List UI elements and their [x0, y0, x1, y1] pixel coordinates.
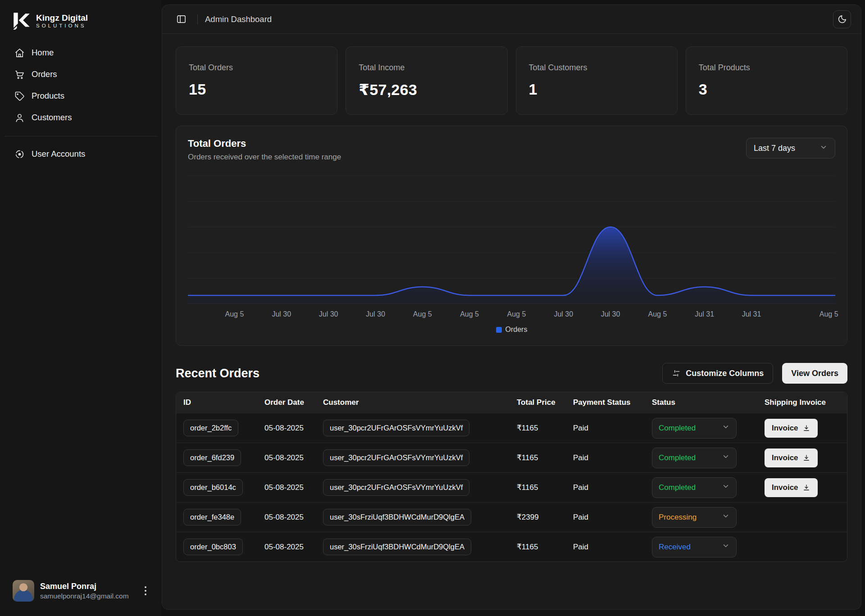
x-axis-tick-label: Jul 30 [272, 310, 291, 318]
total-price: ₹1165 [517, 453, 538, 462]
sidebar-item-user-accounts[interactable]: User Accounts [10, 145, 152, 163]
cell-status: Received [645, 537, 757, 557]
stat-card-total-orders: Total Orders15 [176, 46, 337, 115]
chevron-down-icon [722, 512, 730, 522]
column-header-customer: Customer [316, 398, 510, 407]
profile-card[interactable]: Samuel Ponraj samuelponraj14@gmail.com [10, 576, 152, 605]
column-header-status: Status [645, 398, 757, 407]
sidebar-item-label: Products [32, 91, 64, 101]
orders-chart-card: Total Orders Orders received over the se… [176, 126, 847, 346]
stat-value: ₹57,263 [359, 81, 494, 99]
cell-status: Completed [645, 477, 757, 498]
download-icon [802, 484, 810, 492]
customize-columns-button[interactable]: Customize Columns [662, 363, 773, 384]
cell-order-id: order_b6014c [176, 479, 257, 496]
status-value: Completed [659, 424, 696, 433]
chevron-down-icon [722, 453, 730, 463]
cell-order-date: 05-08-2025 [257, 543, 316, 552]
dark-mode-toggle-moon-icon[interactable] [833, 10, 851, 28]
column-header-order-date: Order Date [257, 398, 316, 407]
status-select[interactable]: Completed [652, 477, 737, 498]
view-orders-button[interactable]: View Orders [782, 363, 847, 384]
cell-total-price: ₹1165 [510, 453, 566, 462]
cell-order-id: order_6fd239 [176, 449, 257, 466]
stat-card-total-customers: Total Customers1 [516, 46, 678, 115]
table-row: order_fe348e05-08-2025user_30sFrziUqf3BD… [176, 502, 847, 532]
status-select[interactable]: Completed [652, 448, 737, 468]
brand-logo-icon [11, 11, 32, 32]
cart-icon [14, 69, 25, 80]
column-header-id: ID [176, 398, 257, 407]
profile-name: Samuel Ponraj [40, 581, 129, 592]
x-axis-tick-label: Aug 5 [460, 310, 479, 318]
recent-orders-table: IDOrder DateCustomerTotal PricePayment S… [176, 392, 847, 562]
avatar [13, 580, 34, 602]
invoice-download-button[interactable]: Invoice [765, 478, 818, 497]
topbar: Admin Dashboard [162, 5, 861, 34]
brand-name: Kingz Digital [36, 13, 88, 23]
customer-id-chip: user_30pcr2UFrGArOSFsVYmrYuUzkVf [323, 449, 469, 466]
chart-legend: Orders [188, 326, 835, 334]
recent-orders-title: Recent Orders [176, 367, 260, 380]
recent-orders-header: Recent Orders Customize Columns View Ord… [176, 363, 847, 384]
x-axis-tick-label: Jul 30 [601, 310, 620, 318]
payment-status: Paid [573, 483, 588, 492]
x-axis-tick-label: Aug 5 [225, 310, 244, 318]
table-body: order_2b2ffc05-08-2025user_30pcr2UFrGArO… [176, 413, 847, 562]
sidebar-item-orders[interactable]: Orders [10, 65, 152, 84]
total-price: ₹1165 [517, 542, 538, 552]
order-date: 05-08-2025 [264, 513, 304, 522]
status-select[interactable]: Completed [652, 418, 737, 439]
legend-label: Orders [505, 326, 528, 334]
stat-card-total-income: Total Income₹57,263 [346, 46, 507, 115]
chart-title: Total Orders [188, 138, 341, 149]
sidebar-item-label: Customers [32, 113, 72, 122]
order-date: 05-08-2025 [264, 424, 304, 433]
cell-payment-status: Paid [566, 543, 645, 552]
table-row: order_2b2ffc05-08-2025user_30pcr2UFrGArO… [176, 413, 847, 443]
sidebar-item-products[interactable]: Products [10, 86, 152, 105]
sidebar-secondary-nav: User Accounts [10, 145, 152, 163]
sidebar: Kingz Digital SOLUTIONS HomeOrdersProduc… [0, 0, 162, 616]
cell-status: Completed [645, 448, 757, 468]
chevron-down-icon [722, 423, 730, 433]
stat-card-total-products: Total Products3 [686, 46, 847, 115]
table-row: order_0bc80305-08-2025user_30sFrziUqf3BD… [176, 532, 847, 562]
sidebar-item-home[interactable]: Home [10, 43, 152, 62]
brand-text: Kingz Digital SOLUTIONS [36, 13, 88, 29]
x-axis-tick-label: Aug 5 [413, 310, 432, 318]
chevron-down-icon [722, 542, 730, 552]
cell-order-date: 05-08-2025 [257, 453, 316, 462]
cell-total-price: ₹1165 [510, 542, 566, 552]
profile-email: samuelponraj14@gmail.com [40, 592, 129, 600]
status-select[interactable]: Processing [652, 507, 737, 528]
x-axis-tick-label: Jul 31 [742, 310, 761, 318]
home-icon [14, 48, 25, 58]
sidebar-item-label: Home [32, 48, 54, 58]
cell-payment-status: Paid [566, 483, 645, 492]
cell-order-date: 05-08-2025 [257, 483, 316, 492]
order-date: 05-08-2025 [264, 483, 304, 492]
sidebar-toggle-icon[interactable] [172, 10, 190, 28]
cell-status: Processing [645, 507, 757, 528]
status-value: Completed [659, 453, 696, 462]
clerk-icon [14, 149, 25, 159]
chevron-down-icon [819, 143, 828, 154]
order-date: 05-08-2025 [264, 453, 304, 462]
cell-order-id: order_fe348e [176, 509, 257, 525]
cell-customer: user_30pcr2UFrGArOSFsVYmrYuUzkVf [316, 479, 510, 496]
time-range-select[interactable]: Last 7 days [746, 138, 835, 159]
sidebar-item-customers[interactable]: Customers [10, 108, 152, 127]
invoice-download-button[interactable]: Invoice [765, 419, 818, 438]
cell-customer: user_30sFrziUqf3BDHWCdMurD9QlgEA [316, 509, 510, 525]
cell-order-date: 05-08-2025 [257, 513, 316, 522]
main-panel: Admin Dashboard Total Orders15Total Inco… [162, 5, 861, 610]
status-select[interactable]: Received [652, 537, 737, 557]
cell-shipping-invoice: Invoice [757, 448, 847, 467]
cell-order-id: order_0bc803 [176, 539, 257, 555]
column-header-shipping-invoice: Shipping Invoice [757, 398, 847, 407]
invoice-download-button[interactable]: Invoice [765, 448, 818, 467]
stat-label: Total Products [699, 63, 834, 72]
customize-columns-label: Customize Columns [686, 369, 764, 378]
profile-menu-icon[interactable] [142, 584, 149, 598]
